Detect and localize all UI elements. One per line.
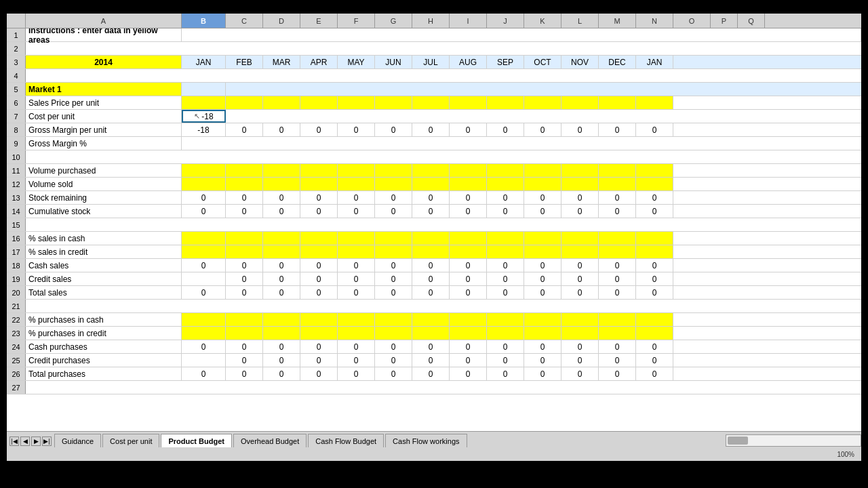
cell-19e[interactable]: 0 — [300, 272, 338, 285]
tab-nav-first[interactable]: |◀ — [9, 436, 19, 446]
cell-24n[interactable]: 0 — [636, 340, 673, 353]
cell-18a[interactable]: Cash sales — [26, 259, 182, 272]
cell-14l[interactable]: 0 — [561, 205, 599, 218]
cell-25l[interactable]: 0 — [561, 354, 599, 367]
horizontal-scrollbar[interactable] — [726, 434, 861, 447]
cell-25d[interactable]: 0 — [263, 354, 300, 367]
cell-11a[interactable]: Volume purchased — [26, 164, 182, 177]
cell-3g[interactable]: JUN — [375, 56, 412, 68]
cell-23n[interactable] — [636, 327, 673, 340]
cell-20c[interactable]: 0 — [226, 286, 263, 299]
cell-26b[interactable]: 0 — [182, 367, 226, 380]
cell-11f[interactable] — [338, 164, 375, 177]
cell-19g[interactable]: 0 — [375, 272, 412, 285]
cell-13j[interactable]: 0 — [487, 191, 524, 204]
cell-25a[interactable]: Credit purchases — [26, 354, 182, 367]
cell-24a[interactable]: Cash purchases — [26, 340, 182, 353]
cell-22g[interactable] — [375, 313, 412, 326]
cell-17c[interactable] — [226, 245, 263, 258]
col-header-k[interactable]: K — [524, 14, 561, 28]
cell-18j[interactable]: 0 — [487, 259, 524, 272]
cell-17l[interactable] — [561, 245, 599, 258]
cell-24k[interactable]: 0 — [524, 340, 561, 353]
cell-14j[interactable]: 0 — [487, 205, 524, 218]
cell-13i[interactable]: 0 — [450, 191, 487, 204]
col-header-b[interactable]: B — [182, 14, 226, 28]
cell-20a[interactable]: Total sales — [26, 286, 182, 299]
tab-product-budget[interactable]: Product Budget — [161, 434, 232, 447]
cell-25c[interactable]: 0 — [226, 354, 263, 367]
cell-26e[interactable]: 0 — [300, 367, 338, 380]
cell-14h[interactable]: 0 — [412, 205, 450, 218]
cell-12i[interactable] — [450, 178, 487, 190]
cell-13h[interactable]: 0 — [412, 191, 450, 204]
col-header-o[interactable]: O — [673, 14, 711, 28]
cell-25f[interactable]: 0 — [338, 354, 375, 367]
cell-17i[interactable] — [450, 245, 487, 258]
cell-8a[interactable]: Gross Margin per unit — [26, 123, 182, 136]
cell-22n[interactable] — [636, 313, 673, 326]
cell-3l[interactable]: NOV — [561, 56, 599, 68]
cell-8h[interactable]: 0 — [412, 123, 450, 136]
cell-12g[interactable] — [375, 178, 412, 190]
cell-22d[interactable] — [263, 313, 300, 326]
cell-19l[interactable]: 0 — [561, 272, 599, 285]
cell-13l[interactable]: 0 — [561, 191, 599, 204]
cell-9a[interactable]: Gross Margin % — [26, 137, 182, 150]
col-header-c[interactable]: C — [226, 14, 263, 28]
col-header-q[interactable]: Q — [738, 14, 765, 28]
cell-24c[interactable]: 0 — [226, 340, 263, 353]
cell-3j[interactable]: SEP — [487, 56, 524, 68]
cell-14n[interactable]: 0 — [636, 205, 673, 218]
cell-8g[interactable]: 0 — [375, 123, 412, 136]
cell-16a[interactable]: % sales in cash — [26, 232, 182, 245]
cell-25e[interactable]: 0 — [300, 354, 338, 367]
cell-19j[interactable]: 0 — [487, 272, 524, 285]
cell-18b[interactable]: 0 — [182, 259, 226, 272]
cell-6m[interactable] — [599, 96, 636, 109]
cell-18h[interactable]: 0 — [412, 259, 450, 272]
cell-19n[interactable]: 0 — [636, 272, 673, 285]
tab-guidance[interactable]: Guidance — [54, 434, 101, 447]
cell-11g[interactable] — [375, 164, 412, 177]
cell-12d[interactable] — [263, 178, 300, 190]
cell-20i[interactable]: 0 — [450, 286, 487, 299]
cell-3f[interactable]: MAY — [338, 56, 375, 68]
col-header-a[interactable]: A — [26, 14, 182, 28]
cell-11h[interactable] — [412, 164, 450, 177]
cell-12e[interactable] — [300, 178, 338, 190]
cell-22k[interactable] — [524, 313, 561, 326]
cell-23a[interactable]: % purchases in credit — [26, 327, 182, 340]
col-header-e[interactable]: E — [300, 14, 338, 28]
col-header-l[interactable]: L — [561, 14, 599, 28]
cell-18f[interactable]: 0 — [338, 259, 375, 272]
cell-22l[interactable] — [561, 313, 599, 326]
cell-26i[interactable]: 0 — [450, 367, 487, 380]
cell-14k[interactable]: 0 — [524, 205, 561, 218]
cell-25b[interactable] — [182, 354, 226, 367]
cell-18d[interactable]: 0 — [263, 259, 300, 272]
cell-24g[interactable]: 0 — [375, 340, 412, 353]
cell-7b[interactable]: ↖-18 — [182, 110, 226, 123]
cell-17h[interactable] — [412, 245, 450, 258]
cell-18k[interactable]: 0 — [524, 259, 561, 272]
col-header-p[interactable]: P — [711, 14, 738, 28]
cell-24b[interactable]: 0 — [182, 340, 226, 353]
col-header-i[interactable]: I — [450, 14, 487, 28]
cell-6e[interactable] — [300, 96, 338, 109]
cell-16d[interactable] — [263, 232, 300, 245]
cell-12c[interactable] — [226, 178, 263, 190]
tab-nav-prev[interactable]: ◀ — [20, 436, 30, 446]
col-header-j[interactable]: J — [487, 14, 524, 28]
cell-3c[interactable]: FEB — [226, 56, 263, 68]
cell-26f[interactable]: 0 — [338, 367, 375, 380]
cell-23i[interactable] — [450, 327, 487, 340]
cell-26h[interactable]: 0 — [412, 367, 450, 380]
col-header-g[interactable]: G — [375, 14, 412, 28]
cell-6l[interactable] — [561, 96, 599, 109]
cell-3a[interactable]: 2014 — [26, 56, 182, 68]
cell-25n[interactable]: 0 — [636, 354, 673, 367]
cell-14c[interactable]: 0 — [226, 205, 263, 218]
cell-23f[interactable] — [338, 327, 375, 340]
cell-26g[interactable]: 0 — [375, 367, 412, 380]
